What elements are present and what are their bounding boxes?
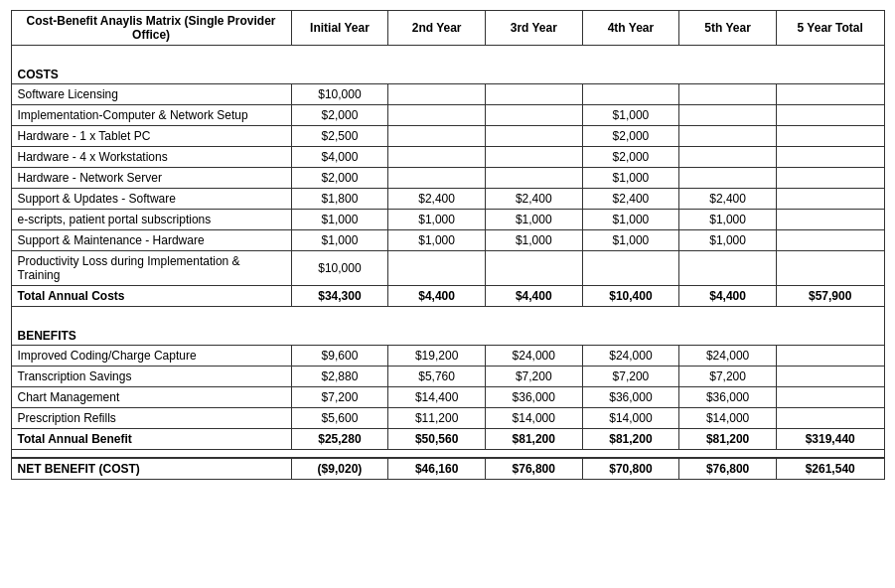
cost-v2 (388, 251, 486, 286)
header-2nd-year: 2nd Year (388, 11, 486, 46)
cost-v1: $1,000 (291, 230, 388, 251)
cost-v2: $1,000 (388, 230, 486, 251)
costs-total-v3: $4,400 (485, 286, 582, 307)
cost-label: e-scripts, patient portal subscriptions (11, 210, 291, 230)
header-5year-total: 5 Year Total (776, 11, 884, 46)
benefit-label: Prescription Refills (11, 408, 291, 429)
net-benefit-v5: $76,800 (679, 458, 777, 480)
costs-total-label: Total Annual Costs (11, 286, 291, 307)
cost-v3: $1,000 (485, 210, 582, 230)
benefit-total (776, 346, 884, 367)
benefit-v1: $5,600 (291, 408, 388, 429)
net-benefit-label: NET BENEFIT (COST) (11, 458, 291, 480)
cost-v3 (485, 105, 582, 126)
cost-v3 (485, 147, 582, 168)
cost-row: Productivity Loss during Implementation … (11, 251, 884, 286)
cost-label: Hardware - Network Server (11, 168, 291, 189)
cost-v2: $1,000 (388, 210, 486, 230)
benefit-total (776, 387, 884, 408)
cost-v1: $10,000 (291, 251, 388, 286)
benefit-v1: $9,600 (291, 346, 388, 367)
cost-v5: $2,400 (679, 189, 777, 210)
cost-label: Support & Maintenance - Hardware (11, 230, 291, 251)
cost-v5: $1,000 (679, 210, 777, 230)
cost-v1: $1,800 (291, 189, 388, 210)
cost-row: Support & Updates - Software $1,800 $2,4… (11, 189, 884, 210)
cost-v3 (485, 84, 582, 105)
benefit-label: Chart Management (11, 387, 291, 408)
cost-v3 (485, 168, 582, 189)
benefit-v5: $36,000 (679, 387, 777, 408)
cost-total (776, 147, 884, 168)
cost-label: Software Licensing (11, 84, 291, 105)
cost-v4: $2,000 (582, 147, 679, 168)
cost-v2 (388, 168, 486, 189)
cost-v2 (388, 84, 486, 105)
benefit-row: Improved Coding/Charge Capture $9,600 $1… (11, 346, 884, 367)
net-benefit-v2: $46,160 (388, 458, 486, 480)
cost-v4: $1,000 (582, 230, 679, 251)
benefit-v2: $11,200 (388, 408, 486, 429)
cost-v2 (388, 105, 486, 126)
cost-v1: $4,000 (291, 147, 388, 168)
header-3rd-year: 3rd Year (485, 11, 582, 46)
table-title: Cost-Benefit Anaylis Matrix (Single Prov… (11, 11, 291, 46)
cost-v5 (679, 84, 777, 105)
benefit-label: Transcription Savings (11, 367, 291, 387)
benefit-v2: $19,200 (388, 346, 486, 367)
cost-v1: $2,500 (291, 126, 388, 147)
costs-total-row: Total Annual Costs $34,300 $4,400 $4,400… (11, 286, 884, 307)
cost-v4: $1,000 (582, 168, 679, 189)
net-benefit-v3: $76,800 (485, 458, 582, 480)
cost-v1: $2,000 (291, 168, 388, 189)
benefit-v4: $7,200 (582, 367, 679, 387)
benefit-v5: $7,200 (679, 367, 777, 387)
benefit-total (776, 367, 884, 387)
cost-v4: $1,000 (582, 105, 679, 126)
cost-v5 (679, 126, 777, 147)
net-benefit-v4: $70,800 (582, 458, 679, 480)
benefit-v1: $2,880 (291, 367, 388, 387)
benefits-total-v5: $81,200 (679, 429, 777, 450)
cost-v2: $2,400 (388, 189, 486, 210)
cost-v5 (679, 168, 777, 189)
cost-v3: $2,400 (485, 189, 582, 210)
costs-total-v5: $4,400 (679, 286, 777, 307)
cost-total (776, 126, 884, 147)
cost-total (776, 105, 884, 126)
net-benefit-v1: ($9,020) (291, 458, 388, 480)
benefits-total-label: Total Annual Benefit (11, 429, 291, 450)
cost-v4: $1,000 (582, 210, 679, 230)
cost-label: Hardware - 4 x Workstations (11, 147, 291, 168)
cost-total (776, 168, 884, 189)
cost-v5: $1,000 (679, 230, 777, 251)
costs-total-total: $57,900 (776, 286, 884, 307)
cost-label: Implementation-Computer & Network Setup (11, 105, 291, 126)
cost-row: e-scripts, patient portal subscriptions … (11, 210, 884, 230)
spacer-row (11, 450, 884, 458)
cost-v3 (485, 251, 582, 286)
costs-total-v2: $4,400 (388, 286, 486, 307)
cost-v4 (582, 251, 679, 286)
benefits-total-v3: $81,200 (485, 429, 582, 450)
cost-v1: $2,000 (291, 105, 388, 126)
benefit-label: Improved Coding/Charge Capture (11, 346, 291, 367)
benefit-v3: $7,200 (485, 367, 582, 387)
benefit-v3: $36,000 (485, 387, 582, 408)
net-benefit-row: NET BENEFIT (COST) ($9,020) $46,160 $76,… (11, 458, 884, 480)
cost-label: Productivity Loss during Implementation … (11, 251, 291, 286)
cost-label: Hardware - 1 x Tablet PC (11, 126, 291, 147)
benefit-v3: $14,000 (485, 408, 582, 429)
benefit-v4: $36,000 (582, 387, 679, 408)
benefit-row: Chart Management $7,200 $14,400 $36,000 … (11, 387, 884, 408)
cost-v2 (388, 147, 486, 168)
cost-benefit-matrix: Cost-Benefit Anaylis Matrix (Single Prov… (11, 10, 885, 480)
cost-v4: $2,000 (582, 126, 679, 147)
cost-row: Hardware - 1 x Tablet PC $2,500 $2,000 (11, 126, 884, 147)
net-benefit-total: $261,540 (776, 458, 884, 480)
benefits-section-header: BENEFITS (11, 307, 884, 346)
costs-section-header: COSTS (11, 46, 884, 84)
cost-v1: $10,000 (291, 84, 388, 105)
benefit-row: Prescription Refills $5,600 $11,200 $14,… (11, 408, 884, 429)
cost-label: Support & Updates - Software (11, 189, 291, 210)
